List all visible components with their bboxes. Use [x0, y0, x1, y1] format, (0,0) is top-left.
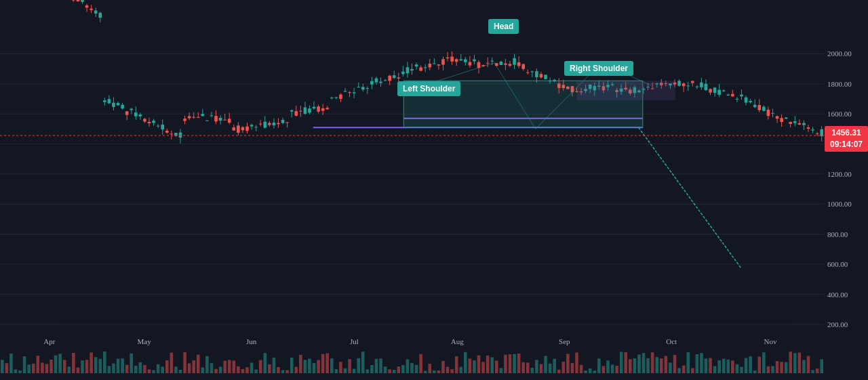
main-chart	[0, 0, 868, 380]
price-time: 09:14:07	[829, 139, 864, 150]
price-value: 1456.31	[829, 127, 864, 139]
head-annotation: Head	[488, 19, 519, 34]
left-shoulder-annotation: Left Shoulder	[397, 81, 460, 96]
current-price-badge: 1456.31 09:14:07	[825, 126, 868, 152]
right-shoulder-annotation: Right Shoulder	[564, 61, 633, 76]
chart-container: Ethereum / TetherUS, 1D, BINANCE Vol USD…	[0, 0, 868, 380]
